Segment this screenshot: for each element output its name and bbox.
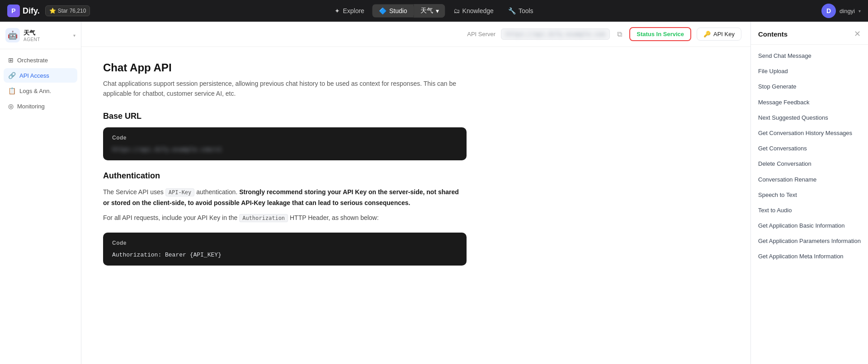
agent-name: 天气 [24,29,70,37]
logs-icon: 📋 [8,87,16,94]
sidebar-item-orchestrate-label: Orchestrate [17,57,48,64]
auth-code-block: Code Authorization: Bearer {API_KEY} [103,233,467,266]
copy-api-server-button[interactable]: ⧉ [615,28,624,40]
base-url-value: https://api.dify.example.com/v1 [112,146,222,153]
agent-header[interactable]: 🤖 天气 AGENT ▾ [0,22,81,49]
contents-item[interactable]: Speech to Text [751,187,868,203]
agent-icon: 🤖 [5,28,20,42]
contents-item[interactable]: Get Conversation History Messages [751,126,868,141]
sidebar-item-monitoring[interactable]: ◎ Monitoring [4,99,77,113]
auth-desc-2-pre: For all API requests, include your API K… [103,214,239,221]
contents-list: Send Chat MessageFile UploadStop Generat… [751,45,868,268]
sidebar-item-orchestrate[interactable]: ⊞ Orchestrate [4,53,77,67]
api-server-url: https://api.dify.example.com [506,31,605,37]
app-layout: 🤖 天气 AGENT ▾ ⊞ Orchestrate 🔗 API Access … [0,22,868,364]
nav-center: ✦ Explore 🔷 Studio 天气 ▾ 🗂 Knowledge 🔧 To… [328,4,539,18]
star-label: Star [58,8,68,14]
base-url-code-label: Code [112,135,458,141]
api-server-value: https://api.dify.example.com [501,28,610,40]
auth-desc-1: The Service API uses API-Key authenticat… [103,187,467,209]
contents-item[interactable]: Conversation Rename [751,172,868,187]
api-header-bar: API Server https://api.dify.example.com … [81,22,750,47]
studio-label: Studio [389,7,407,14]
api-server-label: API Server [467,31,495,37]
logo-icon: P [7,5,20,17]
knowledge-label: Knowledge [462,7,494,14]
contents-item[interactable]: Get Application Parameters Information [751,233,868,249]
tools-button[interactable]: 🔧 Tools [502,5,540,17]
auth-desc-2: For all API requests, include your API K… [103,213,467,224]
api-key-inline-code: API-Key [165,188,195,196]
explore-icon: ✦ [335,7,340,14]
tools-label: Tools [519,7,533,14]
contents-header: Contents ✕ [751,22,868,45]
auth-desc-2-post: HTTP Header, as shown below: [288,214,379,221]
monitoring-icon: ◎ [8,103,14,110]
sidebar-agent-chevron-icon: ▾ [73,33,75,38]
avatar-initial: D [826,7,831,14]
contents-item[interactable]: Delete Conversation [751,156,868,172]
status-label: Status In Service [637,31,684,37]
base-url-section-title: Base URL [103,112,467,121]
agent-tag: AGENT [24,37,70,42]
contents-item[interactable]: Send Chat Message [751,48,868,64]
avatar[interactable]: D [821,4,836,18]
sidebar-nav: ⊞ Orchestrate 🔗 API Access 📋 Logs & Ann.… [0,49,81,117]
explore-label: Explore [343,7,364,14]
auth-desc-1-pre: The Service API uses [103,188,165,196]
studio-group: 🔷 Studio 天气 ▾ [373,4,445,18]
knowledge-button[interactable]: 🗂 Knowledge [447,5,500,17]
contents-item[interactable]: Text to Audio [751,203,868,218]
sidebar-item-api-access[interactable]: 🔗 API Access [4,68,77,83]
contents-item[interactable]: Stop Generate [751,79,868,94]
sidebar-item-api-access-label: API Access [19,72,49,79]
page-description: Chat applications support session persis… [103,79,467,99]
contents-title: Contents [758,30,788,38]
auth-section-title: Authentication [103,171,467,181]
auth-section: The Service API uses API-Key authenticat… [103,187,467,224]
contents-item[interactable]: Message Feedback [751,95,868,110]
close-contents-button[interactable]: ✕ [854,29,861,39]
user-chevron-icon: ▾ [859,9,861,14]
studio-button[interactable]: 🔷 Studio [373,5,414,17]
top-nav: P Dify. ⭐ Star 76,210 ✦ Explore 🔷 Studio… [0,0,868,22]
github-star-button[interactable]: ⭐ Star 76,210 [45,5,90,16]
api-access-icon: 🔗 [8,72,16,79]
status-in-service-button[interactable]: Status In Service [629,27,691,41]
auth-code-value: Authorization: Bearer {API_KEY} [112,252,222,258]
tools-icon: 🔧 [508,7,516,14]
contents-item[interactable]: Get Application Meta Information [751,249,868,264]
contents-item[interactable]: File Upload [751,64,868,79]
logo-text: Dify. [23,6,40,16]
page-title: Chat App API [103,61,467,74]
contents-item[interactable]: Next Suggested Questions [751,110,868,126]
star-icon: ⭐ [49,8,56,14]
contents-item[interactable]: Get Conversations [751,141,868,156]
orchestrate-icon: ⊞ [8,56,14,64]
authorization-inline-code: Authorization [239,214,288,222]
sidebar: 🤖 天气 AGENT ▾ ⊞ Orchestrate 🔗 API Access … [0,22,81,364]
explore-button[interactable]: ✦ Explore [328,5,370,17]
nav-right: D dingyi ▾ [821,4,861,18]
sidebar-item-logs[interactable]: 📋 Logs & Ann. [4,84,77,98]
project-selector[interactable]: 天气 ▾ [414,4,445,18]
key-icon: 🔑 [703,31,711,37]
star-count: 76,210 [70,8,86,14]
knowledge-icon: 🗂 [453,7,460,14]
sidebar-item-monitoring-label: Monitoring [17,103,45,110]
main-content: API Server https://api.dify.example.com … [81,22,750,364]
project-name: 天气 [420,7,433,15]
user-name[interactable]: dingyi [840,8,855,14]
auth-code-label: Code [112,240,458,246]
doc-content: Chat App API Chat applications support s… [81,47,488,291]
agent-info: 天气 AGENT [24,29,70,42]
api-key-button[interactable]: 🔑 API Key [697,28,741,41]
logo[interactable]: P Dify. [7,5,40,17]
sidebar-item-logs-label: Logs & Ann. [19,88,51,94]
contents-panel: Contents ✕ Send Chat MessageFile UploadS… [750,22,868,364]
api-key-label: API Key [713,31,735,37]
auth-desc-1-post: authentication. [194,188,239,196]
base-url-code-block: Code https://api.dify.example.com/v1 [103,127,467,160]
contents-item[interactable]: Get Application Basic Information [751,218,868,233]
chevron-down-icon: ▾ [436,7,439,14]
